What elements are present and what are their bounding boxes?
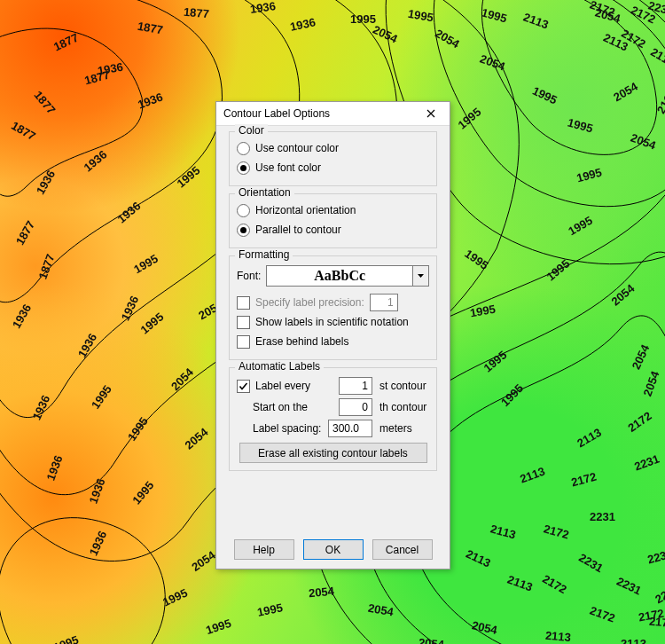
contour-label: 2113: [621, 637, 646, 644]
font-label: Font:: [237, 270, 261, 282]
orientation-legend: Orientation: [235, 186, 294, 199]
contour-label-options-dialog: Contour Label Options Color Use contour …: [215, 101, 450, 569]
spacing-units: meters: [379, 422, 429, 435]
titlebar: Contour Label Options: [216, 102, 450, 126]
precision-input[interactable]: 1: [370, 294, 398, 311]
erase-behind-label: Erase behind labels: [255, 335, 348, 348]
label-every-checkbox[interactable]: [237, 380, 250, 393]
chevron-down-icon: [418, 274, 424, 278]
spacing-input[interactable]: 300.0: [328, 420, 372, 437]
parallel-to-contour-row[interactable]: Parallel to contour: [237, 221, 429, 239]
formatting-legend: Formatting: [235, 248, 293, 261]
sci-notation-row[interactable]: Show labels in scientific notation: [237, 313, 429, 331]
contour-label: 2113: [544, 629, 571, 644]
ok-button[interactable]: OK: [303, 539, 364, 560]
formatting-group: Formatting Font: AaBbCc Specify label pr…: [229, 255, 437, 360]
cancel-button[interactable]: Cancel: [372, 539, 433, 560]
start-on-input[interactable]: 0: [339, 398, 372, 416]
label-every-suffix: st contour: [379, 380, 429, 392]
font-dropdown-button[interactable]: [413, 265, 429, 287]
erase-all-button-label: Erase all existing contour labels: [258, 447, 408, 459]
sci-notation-checkbox[interactable]: [237, 316, 250, 329]
spacing-label: Label spacing:: [253, 422, 321, 435]
start-on-suffix: th contour: [379, 401, 429, 413]
dialog-title: Contour Label Options: [223, 107, 418, 120]
use-contour-color-row[interactable]: Use contour color: [237, 139, 429, 157]
erase-behind-row[interactable]: Erase behind labels: [237, 333, 429, 350]
use-contour-color-radio[interactable]: [237, 142, 250, 155]
specify-precision-checkbox[interactable]: [237, 296, 250, 310]
label-every-input[interactable]: 1: [339, 377, 372, 395]
use-font-color-label: Use font color: [255, 161, 321, 174]
close-button[interactable]: [418, 104, 444, 123]
automatic-labels-legend: Automatic Labels: [235, 360, 324, 373]
contour-label: 1877: [183, 5, 209, 20]
sci-notation-label: Show labels in scientific notation: [255, 316, 409, 328]
contour-label: 2231: [590, 510, 615, 523]
help-button[interactable]: Help: [234, 539, 294, 560]
parallel-to-contour-label: Parallel to contour: [255, 224, 341, 236]
color-group: Color Use contour color Use font color: [229, 131, 437, 186]
use-font-color-row[interactable]: Use font color: [237, 159, 429, 177]
contour-label: 1995: [350, 12, 376, 26]
horizontal-orientation-row[interactable]: Horizontal orientation: [237, 201, 429, 219]
erase-all-button[interactable]: Erase all existing contour labels: [239, 443, 427, 463]
font-preview[interactable]: AaBbCc: [266, 265, 413, 287]
dialog-button-row: Help OK Cancel: [216, 539, 450, 560]
contour-label: 2054: [418, 636, 444, 644]
parallel-to-contour-radio[interactable]: [237, 224, 250, 237]
erase-behind-checkbox[interactable]: [237, 335, 250, 349]
specify-precision-label: Specify label precision:: [255, 296, 364, 309]
automatic-labels-group: Automatic Labels Label every 1 st contou…: [229, 367, 437, 471]
orientation-group: Orientation Horizontal orientation Paral…: [229, 193, 437, 248]
label-every-label: Label every: [255, 380, 310, 392]
color-legend: Color: [235, 124, 268, 137]
horizontal-orientation-label: Horizontal orientation: [255, 204, 356, 216]
use-font-color-radio[interactable]: [237, 161, 250, 175]
contour-label: 2054: [308, 585, 334, 600]
use-contour-color-label: Use contour color: [255, 142, 339, 154]
horizontal-orientation-radio[interactable]: [237, 204, 250, 217]
start-on-label: Start on the: [253, 401, 308, 413]
checkmark-icon: [239, 381, 248, 391]
close-icon: [426, 109, 435, 118]
specify-precision-row[interactable]: Specify label precision: 1: [237, 294, 429, 311]
